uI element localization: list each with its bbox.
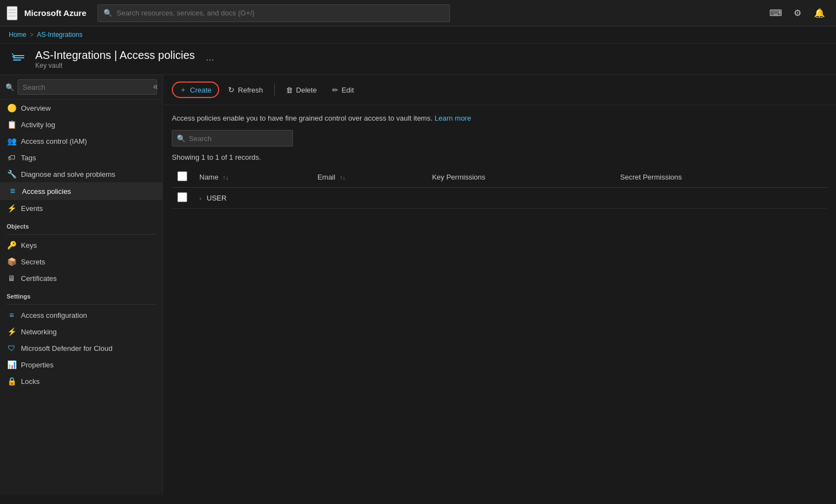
refresh-button[interactable]: ↻ Refresh — [221, 83, 270, 97]
notifications-button[interactable]: 🔔 — [810, 3, 829, 23]
sidebar-label-defender: Microsoft Defender for Cloud — [21, 344, 112, 353]
hamburger-button[interactable]: ☰ — [7, 6, 18, 20]
refresh-icon: ↻ — [228, 85, 235, 94]
edit-button[interactable]: ✏ Edit — [325, 83, 360, 97]
activity-log-icon: 📋 — [7, 120, 17, 129]
create-label: Create — [190, 86, 211, 94]
page-more-button[interactable]: ··· — [206, 54, 214, 66]
col-secret-permissions: Secret Permissions — [615, 167, 827, 188]
search-icon: 🔍 — [104, 9, 112, 17]
portal-settings-button[interactable]: ⚙ — [788, 3, 807, 23]
row-expand-icon[interactable]: › — [199, 195, 202, 202]
global-search-box[interactable]: 🔍 — [97, 4, 450, 22]
toolbar: ＋ Create ↻ Refresh 🗑 Delete ✏ Edit — [163, 75, 836, 105]
refresh-label: Refresh — [238, 86, 263, 94]
sidebar-collapse-button[interactable]: « — [153, 82, 158, 91]
brand-name: Microsoft Azure — [24, 8, 86, 18]
row-checkbox[interactable] — [177, 192, 187, 202]
table-body: › USER — [172, 188, 827, 209]
col-email: Email ↑↓ — [312, 167, 426, 188]
breadcrumb: Home > AS-Integrations — [0, 26, 836, 44]
email-sort-icon[interactable]: ↑↓ — [340, 174, 346, 181]
content-body: Access policies enable you to have fine … — [163, 105, 836, 218]
page-subtitle: Key vault — [35, 62, 195, 69]
sidebar-label-events: Events — [21, 204, 43, 213]
sidebar-label-keys: Keys — [21, 241, 37, 250]
sidebar-item-certificates[interactable]: 🖥 Certificates — [0, 270, 162, 286]
edit-label: Edit — [341, 86, 354, 94]
create-icon: ＋ — [180, 85, 187, 95]
access-config-icon: ≡ — [7, 311, 17, 319]
main-layout: 🔍 « 🟡 Overview 📋 Activity log 👥 Access c… — [0, 75, 836, 495]
sidebar-item-access-control[interactable]: 👥 Access control (IAM) — [0, 133, 162, 149]
delete-icon: 🗑 — [286, 86, 293, 94]
sidebar-label-diagnose: Diagnose and solve problems — [21, 170, 115, 178]
access-policies-icon: ≡ — [8, 186, 18, 196]
delete-label: Delete — [296, 86, 317, 94]
table-search-box[interactable]: 🔍 — [172, 130, 293, 147]
sidebar-item-defender[interactable]: 🛡 Microsoft Defender for Cloud — [0, 340, 162, 356]
row-email-cell — [312, 188, 426, 209]
name-sort-icon[interactable]: ↑↓ — [222, 174, 229, 181]
col-name: Name ↑↓ — [194, 167, 312, 188]
defender-icon: 🛡 — [7, 344, 17, 353]
edit-icon: ✏ — [332, 86, 338, 94]
keys-icon: 🔑 — [7, 241, 17, 250]
access-policies-table: Name ↑↓ Email ↑↓ Key Permissions Secret … — [172, 167, 827, 209]
sidebar-label-networking: Networking — [21, 328, 57, 336]
breadcrumb-current[interactable]: AS-Integrations — [37, 31, 83, 39]
col-key-permissions: Key Permissions — [426, 167, 615, 188]
toolbar-separator — [274, 83, 275, 96]
secrets-icon: 📦 — [7, 257, 17, 266]
sidebar-search-container: 🔍 « — [0, 75, 162, 100]
top-nav: ☰ Microsoft Azure 🔍 ⌨ ⚙ 🔔 — [0, 0, 836, 26]
page-header-icon — [9, 50, 29, 70]
page-header: AS-Integrations | Access policies Key va… — [0, 44, 836, 75]
sidebar-item-overview[interactable]: 🟡 Overview — [0, 100, 162, 116]
learn-more-link[interactable]: Learn more — [435, 114, 471, 122]
sidebar-item-locks[interactable]: 🔒 Locks — [0, 373, 162, 389]
objects-section-header: Objects — [0, 216, 162, 232]
sidebar-label-activity-log: Activity log — [21, 121, 55, 129]
tags-icon: 🏷 — [7, 153, 17, 162]
breadcrumb-home[interactable]: Home — [9, 31, 26, 39]
select-all-checkbox[interactable] — [177, 171, 187, 181]
locks-icon: 🔒 — [7, 377, 17, 386]
page-header-text: AS-Integrations | Access policies Key va… — [35, 49, 195, 69]
objects-divider — [7, 234, 156, 235]
access-control-icon: 👥 — [7, 137, 17, 145]
settings-divider — [7, 304, 156, 305]
sidebar-item-properties[interactable]: 📊 Properties — [0, 356, 162, 373]
properties-icon: 📊 — [7, 360, 17, 369]
sidebar-item-diagnose[interactable]: 🔧 Diagnose and solve problems — [0, 166, 162, 182]
table-search-input[interactable] — [189, 134, 288, 143]
networking-icon: ⚡ — [7, 327, 17, 336]
settings-section-header: Settings — [0, 286, 162, 302]
records-count: Showing 1 to 1 of 1 records. — [172, 153, 827, 161]
sidebar-item-activity-log[interactable]: 📋 Activity log — [0, 116, 162, 133]
create-button[interactable]: ＋ Create — [172, 82, 219, 98]
sidebar: 🔍 « 🟡 Overview 📋 Activity log 👥 Access c… — [0, 75, 163, 495]
sidebar-item-secrets[interactable]: 📦 Secrets — [0, 253, 162, 270]
row-secret-permissions-cell — [615, 188, 827, 209]
sidebar-label-certificates: Certificates — [21, 274, 57, 283]
diagnose-icon: 🔧 — [7, 170, 17, 178]
table-header: Name ↑↓ Email ↑↓ Key Permissions Secret … — [172, 167, 827, 188]
sidebar-label-overview: Overview — [21, 104, 51, 112]
certificates-icon: 🖥 — [7, 274, 17, 283]
table-row: › USER — [172, 188, 827, 209]
info-text: Access policies enable you to have fine … — [172, 114, 827, 122]
sidebar-item-networking[interactable]: ⚡ Networking — [0, 323, 162, 340]
sidebar-item-access-policies[interactable]: ≡ Access policies — [0, 182, 162, 200]
page-title: AS-Integrations | Access policies — [35, 49, 195, 62]
sidebar-label-locks: Locks — [21, 377, 40, 386]
sidebar-item-events[interactable]: ⚡ Events — [0, 200, 162, 216]
delete-button[interactable]: 🗑 Delete — [279, 83, 324, 97]
sidebar-item-access-config[interactable]: ≡ Access configuration — [0, 307, 162, 323]
sidebar-item-keys[interactable]: 🔑 Keys — [0, 237, 162, 253]
cloud-shell-button[interactable]: ⌨ — [766, 3, 785, 23]
sidebar-search-input[interactable] — [18, 79, 157, 95]
main-content: ＋ Create ↻ Refresh 🗑 Delete ✏ Edit Acces… — [163, 75, 836, 495]
sidebar-item-tags[interactable]: 🏷 Tags — [0, 149, 162, 166]
global-search-input[interactable] — [117, 9, 444, 17]
